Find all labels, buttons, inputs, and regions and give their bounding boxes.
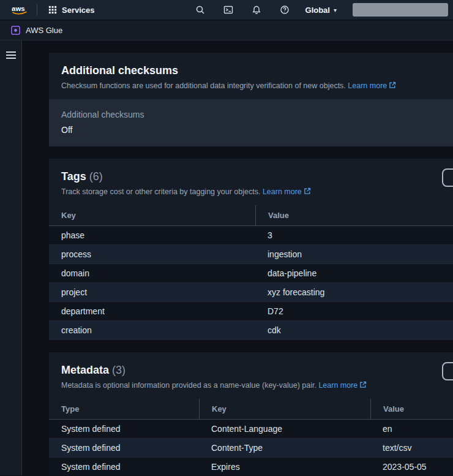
- metadata-action-button[interactable]: [442, 362, 453, 380]
- tags-column-key: Key: [49, 205, 255, 225]
- tag-key: project: [49, 283, 255, 301]
- app-bar: AWS Glue: [0, 20, 453, 40]
- tags-table: Key Value phase 3 process ingestion: [49, 205, 453, 340]
- help-icon: [280, 5, 290, 15]
- metadata-type: System defined: [49, 458, 199, 475]
- table-row: process ingestion: [49, 245, 453, 264]
- nav-divider: [37, 4, 37, 15]
- region-label: Global: [305, 6, 330, 15]
- tag-value: data-pipeline: [255, 264, 453, 282]
- search-icon: [195, 5, 205, 15]
- notifications-bell-icon: [252, 5, 261, 15]
- tag-value: cdk: [255, 321, 453, 339]
- tag-key: domain: [49, 264, 255, 282]
- cloudshell-button[interactable]: [219, 2, 238, 17]
- tag-key: department: [49, 302, 255, 320]
- search-button[interactable]: [190, 2, 210, 17]
- services-label: Services: [62, 6, 95, 15]
- metadata-column-key: Key: [199, 399, 370, 419]
- checksums-field-label: Additional checksums: [61, 109, 453, 120]
- metadata-table-header: Type Key Value: [49, 399, 453, 420]
- table-row: System defined Content-Type text/csv: [49, 439, 453, 458]
- metadata-card: Metadata (3) Metadata is optional inform…: [49, 352, 453, 475]
- tag-key: creation: [49, 321, 255, 339]
- metadata-card-description: Metadata is optional information provide…: [61, 380, 453, 390]
- tags-action-button[interactable]: [442, 168, 453, 187]
- metadata-value: 2023-05-05: [370, 458, 453, 475]
- cloudshell-terminal-icon: [223, 5, 233, 15]
- checksums-field-value: Off: [61, 124, 453, 135]
- metadata-type: System defined: [49, 420, 199, 438]
- tag-value: D72: [255, 302, 453, 320]
- table-row: department D72: [49, 302, 453, 321]
- tags-card-title: Tags (6): [61, 170, 453, 183]
- tags-table-header: Key Value: [49, 205, 453, 226]
- table-row: domain data-pipeline: [49, 264, 453, 283]
- redacted-account-info: [353, 3, 448, 17]
- main-content: Additional checksums Checksum functions …: [22, 40, 453, 475]
- table-row: creation cdk: [49, 321, 453, 340]
- tags-card-description: Track storage cost or other criteria by …: [61, 187, 453, 197]
- help-button[interactable]: [275, 2, 294, 17]
- metadata-value: en: [370, 420, 453, 438]
- checksums-card-title: Additional checksums: [61, 64, 453, 77]
- checksums-field: Additional checksums Off: [49, 99, 453, 146]
- checksums-card: Additional checksums Checksum functions …: [49, 53, 453, 146]
- top-navigation-bar: aws Services: [0, 0, 453, 20]
- metadata-key: Expires: [199, 458, 370, 475]
- external-link-icon: [389, 81, 396, 89]
- tag-key: phase: [49, 226, 255, 244]
- notifications-button[interactable]: [247, 2, 266, 17]
- table-row: phase 3: [49, 226, 453, 245]
- table-row: System defined Expires 2023-05-05: [49, 458, 453, 475]
- metadata-value: text/csv: [370, 439, 453, 457]
- tag-value: 3: [255, 226, 453, 244]
- services-menu-button[interactable]: Services: [45, 3, 99, 17]
- metadata-key: Content-Type: [199, 439, 370, 457]
- sidebar-toggle-button[interactable]: [3, 48, 19, 62]
- services-grid-icon: [48, 6, 57, 14]
- svg-text:aws: aws: [12, 5, 25, 12]
- checksums-card-description: Checksum functions are used for addition…: [61, 81, 453, 91]
- tag-value: xyz forecasting: [255, 283, 453, 301]
- table-row: System defined Content-Language en: [49, 420, 453, 439]
- checksums-learn-more-link[interactable]: Learn more: [348, 81, 396, 90]
- metadata-card-title: Metadata (3): [61, 363, 453, 377]
- tags-count: (6): [89, 170, 103, 183]
- table-row: project xyz forecasting: [49, 283, 453, 302]
- external-link-icon: [304, 187, 311, 195]
- sidebar: [0, 40, 22, 475]
- tags-card: Tags (6) Track storage cost or other cri…: [49, 159, 453, 340]
- hamburger-menu-icon: [6, 51, 17, 59]
- region-selector[interactable]: Global ▾: [303, 3, 339, 17]
- metadata-type: System defined: [49, 439, 199, 457]
- aws-logo[interactable]: aws: [11, 4, 29, 16]
- metadata-key: Content-Language: [199, 420, 370, 438]
- aws-glue-icon: [11, 26, 20, 35]
- tags-column-value: Value: [255, 205, 453, 225]
- metadata-count: (3): [112, 364, 125, 376]
- metadata-column-type: Type: [49, 399, 199, 419]
- metadata-learn-more-link[interactable]: Learn more: [318, 381, 367, 390]
- tag-value: ingestion: [255, 245, 453, 263]
- chevron-down-icon: ▾: [334, 7, 337, 13]
- tag-key: process: [49, 245, 255, 263]
- metadata-column-value: Value: [370, 399, 453, 419]
- metadata-table: Type Key Value System defined Content-La…: [49, 399, 453, 475]
- aws-console-window: aws Services: [0, 0, 453, 476]
- external-link-icon: [359, 381, 367, 388]
- app-name[interactable]: AWS Glue: [26, 26, 62, 35]
- tags-learn-more-link[interactable]: Learn more: [263, 187, 311, 196]
